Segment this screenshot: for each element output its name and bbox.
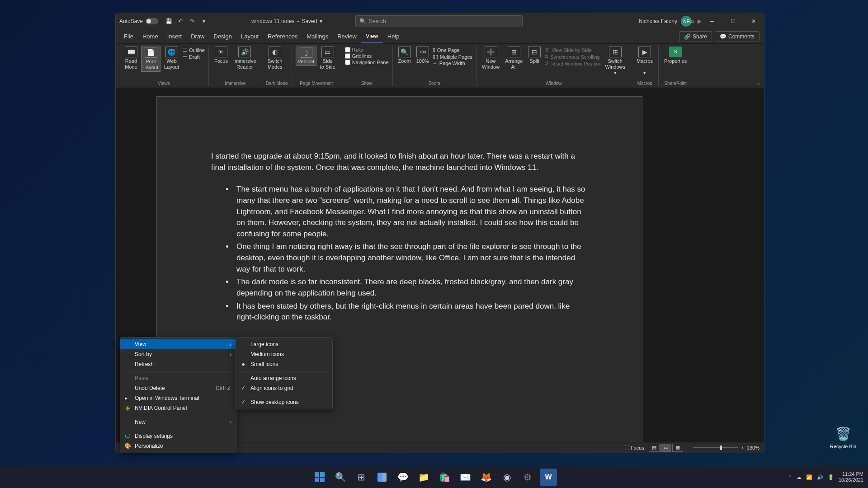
print-layout-button[interactable]: 📄Print Layout [141,46,160,72]
outline-button[interactable]: ☰Outline [183,47,205,53]
web-layout-view-icon[interactable]: ▦ [672,444,683,452]
minimize-button[interactable]: ─ [702,13,722,29]
tab-view[interactable]: View [361,30,383,43]
macros-button[interactable]: ▶Macros▾ [635,46,655,77]
ctx-refresh[interactable]: Refresh [120,359,236,369]
ctx-display-settings[interactable]: 🖵Display settings [120,431,236,441]
split-button[interactable]: ⊟Split [526,46,542,65]
ctx-undo-delete[interactable]: Undo DeleteCtrl+Z [120,383,236,393]
side-to-side-button[interactable]: ▭Side to Side [318,46,337,71]
word-icon[interactable]: W [540,469,557,486]
ribbon-display-icon[interactable]: ▭ [681,13,702,29]
battery-icon[interactable]: 🔋 [828,474,834,480]
ctx-align-grid[interactable]: ✓Align icons to grid [236,383,332,393]
recycle-bin[interactable]: 🗑️ Recycle Bin [826,425,860,449]
personalize-icon: 🎨 [124,442,131,450]
tab-layout[interactable]: Layout [236,30,263,43]
widgets-icon[interactable] [373,469,391,486]
switch-modes-button[interactable]: ◐Switch Modes [266,46,284,71]
ctx-windows-terminal[interactable]: ▸_Open in Windows Terminal [120,393,236,403]
tab-draw[interactable]: Draw [186,30,209,43]
chat-icon[interactable]: 💬 [394,469,411,486]
print-layout-view-icon[interactable]: ▭ [660,444,671,452]
task-view-icon[interactable]: ⊞ [353,469,370,486]
group-window: ➕New Window ⊞Arrange All ⊟Split ▯▯View S… [476,46,631,86]
ctx-sort-by[interactable]: Sort by› [120,349,236,359]
mail-icon[interactable]: ✉️ [457,469,474,486]
collapse-ribbon-icon[interactable]: ⌄ [756,80,760,86]
view-side-by-side-button[interactable]: ▯▯View Side by Side [544,47,601,53]
taskbar: 🔍 ⊞ 💬 📁 🛍️ ✉️ 🦊 ◉ ⚙ W ⌃ ☁ 📶 🔊 🔋 11:24 PM… [0,466,868,488]
save-icon[interactable]: 💾 [164,16,174,26]
tray-chevron-icon[interactable]: ⌃ [788,474,792,480]
comments-button[interactable]: 💬 Comments [715,31,760,42]
zoom-button[interactable]: 🔍Zoom [396,46,413,65]
switch-windows-button[interactable]: ⊞Switch Windows ▾ [603,46,627,77]
start-button[interactable] [311,469,328,486]
one-page-button[interactable]: ▯One Page [433,47,472,53]
multiple-pages-button[interactable]: ▯▯Multiple Pages [433,53,472,60]
store-icon[interactable]: 🛍️ [436,469,453,486]
redo-icon[interactable]: ↷ [187,16,197,26]
tab-file[interactable]: File [119,30,138,43]
synchronous-scrolling-button[interactable]: ⇅Synchronous Scrolling [544,53,601,60]
draft-button[interactable]: ☰Draft [183,53,205,60]
focus-mode-button[interactable]: ⛶ Focus [624,445,644,450]
maximize-button[interactable]: ☐ [722,13,743,29]
ctx-auto-arrange[interactable]: Auto arrange icons [236,373,332,383]
zoom-out-icon[interactable]: − [688,445,690,450]
ctx-nvidia-control-panel[interactable]: ◉NVIDIA Control Panel [120,403,236,413]
ruler-checkbox[interactable]: Ruler [345,47,389,53]
focus-button[interactable]: ☀Focus [212,46,230,65]
vertical-button[interactable]: ▯Vertical [296,46,316,66]
tab-design[interactable]: Design [209,30,236,43]
close-button[interactable]: ✕ [743,13,764,29]
read-mode-view-icon[interactable]: ▤ [649,444,660,452]
ctx-medium-icons[interactable]: Medium icons [236,349,332,359]
toggle-switch[interactable] [146,18,158,24]
steam-icon[interactable]: ◉ [498,469,515,486]
web-layout-button[interactable]: 🌐Web Layout [162,46,181,71]
navigation-pane-checkbox[interactable]: Navigation Pane [345,59,389,66]
zoom-percent[interactable]: 130% [747,445,760,450]
new-window-button[interactable]: ➕New Window [480,46,501,71]
volume-icon[interactable]: 🔊 [817,474,823,480]
tab-help[interactable]: Help [383,30,404,43]
ctx-show-desktop-icons[interactable]: ✓Show desktop icons [236,397,332,407]
zoom-100-button[interactable]: 100100% [415,46,431,65]
ctx-large-icons[interactable]: Large icons [236,339,332,349]
reset-window-position-button[interactable]: ↺Reset Window Position [544,60,601,67]
share-button[interactable]: 🔗 Share [679,31,712,42]
file-explorer-icon[interactable]: 📁 [415,469,432,486]
wifi-icon[interactable]: 📶 [806,474,812,480]
qat-customize-icon[interactable]: ▾ [199,16,209,26]
tab-review[interactable]: Review [333,30,361,43]
tab-insert[interactable]: Insert [163,30,187,43]
ctx-separator [240,395,329,395]
ctx-small-icons[interactable]: ●Small icons [236,359,332,369]
properties-button[interactable]: SProperties [662,46,689,65]
search-icon[interactable]: 🔍 [332,469,349,486]
ctx-view[interactable]: View› [120,339,236,349]
zoom-slider[interactable]: − + 130% [688,445,760,450]
read-mode-button[interactable]: 📖Read Mode [123,46,139,71]
firefox-icon[interactable]: 🦊 [477,469,495,486]
arrange-all-button[interactable]: ⊞Arrange All [503,46,524,71]
undo-icon[interactable]: ↶ [175,16,185,26]
page-width-button[interactable]: ↔Page Width [433,60,472,66]
clock[interactable]: 11:24 PM 10/26/2021 [839,471,863,483]
ctx-new[interactable]: New› [120,417,236,427]
tab-references[interactable]: References [263,30,302,43]
zoom-in-icon[interactable]: + [741,445,744,450]
onedrive-icon[interactable]: ☁ [797,474,802,480]
time: 11:24 PM [839,471,863,477]
immersive-reader-button[interactable]: 🔊Immersive Reader [231,46,258,71]
ctx-paste: Paste [120,373,236,383]
gridlines-checkbox[interactable]: Gridlines [345,53,389,59]
tab-mailings[interactable]: Mailings [302,30,333,43]
autosave-toggle[interactable]: AutoSave [119,18,158,24]
obs-icon[interactable]: ⚙ [519,469,536,486]
tab-home[interactable]: Home [138,30,163,43]
search-input[interactable]: 🔍 Search [355,15,523,27]
ctx-personalize[interactable]: 🎨Personalize [120,441,236,451]
